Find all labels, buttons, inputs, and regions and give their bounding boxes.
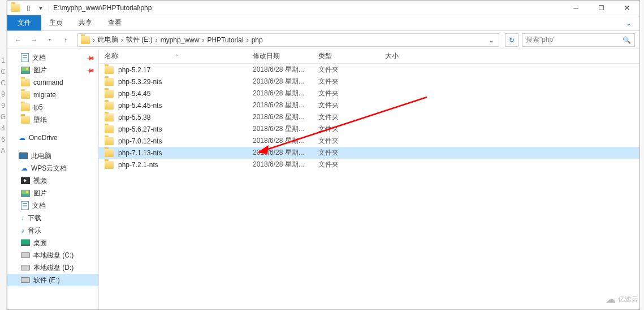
up-button[interactable]: ↑ xyxy=(59,34,72,46)
file-type: 文件夹 xyxy=(318,77,385,86)
folder-icon xyxy=(105,137,114,145)
sidebar-item[interactable]: 壁纸 xyxy=(7,113,98,126)
sidebar-item-label: 壁纸 xyxy=(33,115,47,125)
forward-button[interactable]: → xyxy=(28,34,40,46)
recent-dropdown-icon[interactable]: ▾ xyxy=(44,34,56,46)
file-date: 2018/6/28 星期... xyxy=(253,148,318,158)
sidebar-this-pc[interactable]: 此电脑 xyxy=(7,150,98,162)
file-row[interactable]: php-7.2.1-nts2018/6/28 星期...文件夹 xyxy=(99,159,639,171)
file-date: 2018/6/28 星期... xyxy=(253,89,318,98)
chevron-right-icon[interactable]: › xyxy=(92,36,96,44)
file-row[interactable]: php-5.4.452018/6/28 星期...文件夹 xyxy=(99,88,639,99)
file-type: 文件夹 xyxy=(318,160,385,169)
sidebar-item-label: 图片 xyxy=(33,189,47,198)
address-dropdown-icon[interactable]: ⌄ xyxy=(485,36,498,44)
file-row[interactable]: php-5.2.172018/6/28 星期...文件夹 xyxy=(99,64,639,76)
breadcrumb[interactable]: myphp_www xyxy=(159,36,201,44)
sidebar-item[interactable]: 本地磁盘 (C:) xyxy=(7,249,98,261)
gutter-char: C xyxy=(1,68,6,76)
sidebar-item-label: 软件 (E:) xyxy=(33,276,60,285)
tab-view[interactable]: 查看 xyxy=(100,15,129,30)
column-type[interactable]: 类型 xyxy=(318,51,385,61)
file-row[interactable]: php-5.5.382018/6/28 星期...文件夹 xyxy=(99,111,639,123)
sidebar-item[interactable]: tp5 xyxy=(7,101,98,113)
sidebar-item[interactable]: 本地磁盘 (D:) xyxy=(7,261,98,274)
file-row[interactable]: php-5.6.27-nts2018/6/28 星期...文件夹 xyxy=(99,123,639,135)
file-tab[interactable]: 文件 xyxy=(7,15,41,30)
sidebar-item[interactable]: ↓下载 xyxy=(7,212,98,224)
chevron-right-icon[interactable]: › xyxy=(154,36,159,44)
tab-home[interactable]: 主页 xyxy=(41,15,71,30)
back-button[interactable]: ← xyxy=(12,34,24,46)
sidebar-item-label: 桌面 xyxy=(33,238,47,248)
sidebar-item-label: migrate xyxy=(33,91,56,99)
sidebar-item[interactable]: 文档📌 xyxy=(7,51,98,64)
close-button[interactable]: ✕ xyxy=(614,1,639,15)
ribbon-expand-icon[interactable]: ⌄ xyxy=(618,15,639,30)
sidebar-item-label: 音乐 xyxy=(28,226,41,235)
sidebar-item[interactable]: migrate xyxy=(7,89,98,101)
column-size[interactable]: 大小 xyxy=(385,51,430,61)
file-date: 2018/6/28 星期... xyxy=(253,160,318,169)
sidebar-item[interactable]: ☁WPS云文档 xyxy=(7,162,98,174)
breadcrumb[interactable]: php xyxy=(250,36,265,44)
sidebar-item-label: 视频 xyxy=(33,176,47,186)
sidebar-item[interactable]: 视频 xyxy=(7,174,98,187)
chevron-right-icon[interactable]: › xyxy=(201,36,205,44)
gutter-char: A xyxy=(1,147,5,155)
search-input[interactable]: 搜索"php" 🔍 xyxy=(522,33,635,47)
chevron-right-icon[interactable]: › xyxy=(245,36,250,44)
file-name: php-7.2.1-nts xyxy=(118,161,158,169)
file-row[interactable]: php-7.0.12-nts2018/6/28 星期...文件夹 xyxy=(99,135,639,147)
file-date: 2018/6/28 星期... xyxy=(253,112,318,122)
address-bar[interactable]: › 此电脑 › 软件 (E:) › myphp_www › PHPTutoria… xyxy=(77,33,499,47)
file-date: 2018/6/28 星期... xyxy=(253,101,318,110)
pic-icon xyxy=(21,190,30,197)
file-name: php-7.1.13-nts xyxy=(118,149,162,157)
file-name: php-5.3.29-nts xyxy=(118,78,162,86)
pic-icon xyxy=(21,67,30,74)
breadcrumb[interactable]: 软件 (E:) xyxy=(124,35,154,45)
file-date: 2018/6/28 星期... xyxy=(253,65,318,75)
sidebar-item-label: 本地磁盘 (C:) xyxy=(33,251,74,260)
minimize-button[interactable]: ─ xyxy=(563,1,589,15)
sidebar-item[interactable]: 图片📌 xyxy=(7,64,98,76)
file-row[interactable]: php-7.1.13-nts2018/6/28 星期...文件夹 xyxy=(99,147,639,159)
file-type: 文件夹 xyxy=(318,112,385,122)
column-name[interactable]: 名称⌃ xyxy=(105,51,253,61)
file-type: 文件夹 xyxy=(318,101,385,110)
maximize-button[interactable]: ☐ xyxy=(589,1,614,15)
file-name: php-5.5.38 xyxy=(118,113,150,121)
search-icon[interactable]: 🔍 xyxy=(623,36,631,44)
refresh-button[interactable]: ↻ xyxy=(505,33,518,47)
file-row[interactable]: php-5.3.29-nts2018/6/28 星期...文件夹 xyxy=(99,76,639,88)
folder-icon xyxy=(105,149,114,157)
qat-dropdown-icon[interactable]: ▾ xyxy=(36,3,46,13)
navigation-pane[interactable]: 文档📌图片📌commandmigratetp5壁纸☁OneDrive此电脑☁WP… xyxy=(7,49,99,309)
tab-share[interactable]: 共享 xyxy=(71,15,100,30)
sidebar-item[interactable]: ♪音乐 xyxy=(7,224,98,237)
gutter-char: 9 xyxy=(1,102,5,110)
column-date[interactable]: 修改日期 xyxy=(253,51,318,61)
folder-icon xyxy=(21,91,30,99)
drive-icon xyxy=(21,277,30,283)
sidebar-item[interactable]: 文档 xyxy=(7,199,98,212)
file-date: 2018/6/28 星期... xyxy=(253,77,318,86)
sidebar-item-label: tp5 xyxy=(33,103,43,111)
ribbon-tabs: 文件 主页 共享 查看 ⌄ xyxy=(7,15,639,31)
chevron-right-icon[interactable]: › xyxy=(120,36,124,44)
gutter-char: G xyxy=(1,113,6,121)
sidebar-item[interactable]: 图片 xyxy=(7,187,98,199)
sidebar-item[interactable]: command xyxy=(7,76,98,89)
breadcrumb[interactable]: PHPTutorial xyxy=(205,36,245,44)
doc-icon xyxy=(21,201,29,210)
qat-item-icon[interactable]: ▯ xyxy=(23,3,33,13)
file-name: php-7.0.12-nts xyxy=(118,137,162,145)
file-row[interactable]: php-5.4.45-nts2018/6/28 星期...文件夹 xyxy=(99,99,639,111)
sidebar-item-label: OneDrive xyxy=(29,134,58,142)
breadcrumb[interactable]: 此电脑 xyxy=(96,35,120,45)
sidebar-item-label: WPS云文档 xyxy=(31,164,67,173)
sidebar-onedrive[interactable]: ☁OneDrive xyxy=(7,132,98,144)
sidebar-item[interactable]: 软件 (E:) xyxy=(7,274,98,286)
sidebar-item[interactable]: 桌面 xyxy=(7,237,98,249)
